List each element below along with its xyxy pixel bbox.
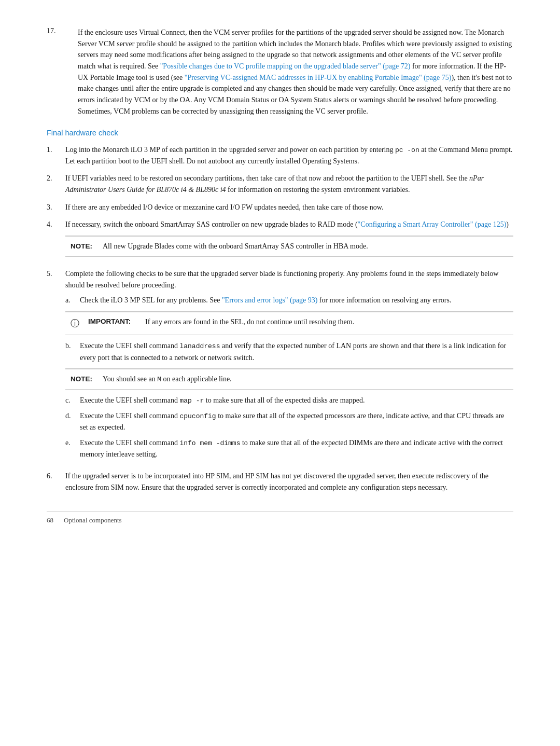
list-item-2: 2. If UEFI variables need to be restored… (47, 173, 513, 195)
sub-item-5c-content: Execute the UEFI shell command map -r to… (80, 395, 513, 406)
note-label-5b: NOTE: (71, 374, 97, 385)
list-item-1-content: Log into the Monarch iLO 3 MP of each pa… (65, 144, 513, 167)
important-icon: ⓘ (71, 317, 83, 330)
list-item-2-text-1: If UEFI variables need to be restored on… (65, 174, 469, 182)
note-box-4: NOTE: All new Upgrade Blades come with t… (65, 236, 513, 257)
list-item-3: 3. If there are any embedded I/O device … (47, 202, 513, 213)
sub-item-5a-text-2: for more information on resolving any er… (317, 296, 451, 304)
page-footer: 68 Optional components (47, 512, 513, 524)
list-item-1: 1. Log into the Monarch iLO 3 MP of each… (47, 144, 513, 167)
note-text-5b: You should see an M on each applicable l… (103, 374, 232, 385)
sub-item-5a-text-1: Check the iLO 3 MP SEL for any problems.… (80, 296, 222, 304)
important-box-5: ⓘ IMPORTANT: If any errors are found in … (65, 311, 513, 335)
smart-array-link[interactable]: "Configuring a Smart Array Controller" (… (358, 220, 507, 228)
note-box-5b: NOTE: You should see an M on each applic… (65, 368, 513, 390)
list-item-2-number: 2. (47, 173, 65, 195)
sub-item-5e-code: info mem -dimms (179, 439, 240, 447)
list-item-5-content: Complete the following checks to be sure… (65, 268, 513, 464)
sub-item-5a-num: a. (65, 295, 80, 306)
list-item-4: 4. If necessary, switch the onboard Smar… (47, 219, 513, 262)
note-code-m: M (157, 376, 161, 383)
list-item-2-content: If UEFI variables need to be restored on… (65, 173, 513, 195)
sub-item-5d-content: Execute the UEFI shell command cpuconfig… (80, 410, 513, 433)
sub-item-5b: b. Execute the UEFI shell command lanadd… (65, 340, 513, 363)
sub-item-5d: d. Execute the UEFI shell command cpucon… (65, 410, 513, 433)
list-item-1-number: 1. (47, 144, 65, 167)
sub-item-5d-text-1: Execute the UEFI shell command (80, 412, 179, 420)
footer-page-number: 68 (47, 516, 53, 524)
list-item-4-number: 4. (47, 219, 65, 262)
item-17-number: 17. (47, 27, 78, 117)
portable-image-link[interactable]: "Preserving VC-assigned MAC addresses in… (185, 74, 452, 81)
sub-item-5b-text-1: Execute the UEFI shell command (80, 342, 179, 350)
list-item-2-text-2: for information on restoring the system … (226, 186, 410, 194)
list-item-3-text: If there are any embedded I/O device or … (65, 203, 383, 211)
list-item-3-number: 3. (47, 202, 65, 213)
sub-item-5d-code: cpuconfig (179, 412, 216, 420)
errors-logs-link[interactable]: "Errors and error logs" (page 93) (222, 296, 317, 304)
list-item-6: 6. If the upgraded server is to be incor… (47, 471, 513, 493)
note-text-4: All new Upgrade Blades come with the onb… (103, 241, 368, 252)
sub-list-5b: b. Execute the UEFI shell command lanadd… (65, 340, 513, 363)
list-item-4-content: If necessary, switch the onboard SmartAr… (65, 219, 513, 262)
sub-item-5e-content: Execute the UEFI shell command info mem … (80, 437, 513, 460)
important-label: IMPORTANT: (88, 316, 140, 327)
footer-section: Optional components (64, 516, 122, 524)
list-item-4-text-1: If necessary, switch the onboard SmartAr… (65, 220, 358, 228)
list-item-4-text-2: ) (506, 220, 509, 228)
sub-item-5a-content: Check the iLO 3 MP SEL for any problems.… (80, 295, 513, 306)
sub-item-5c-num: c. (65, 395, 80, 406)
sub-item-5e: e. Execute the UEFI shell command info m… (65, 437, 513, 460)
sub-item-5c: c. Execute the UEFI shell command map -r… (65, 395, 513, 406)
sub-item-5c-code: map -r (179, 397, 204, 405)
note-label-4: NOTE: (71, 241, 97, 252)
list-item-1-code: pc -on (395, 146, 419, 154)
sub-item-5c-text-2: to make sure that all of the expected di… (204, 396, 365, 404)
sub-item-5b-num: b. (65, 340, 80, 363)
sub-item-5b-code: lanaddress (179, 342, 220, 350)
sub-list-5cde: c. Execute the UEFI shell command map -r… (65, 395, 513, 460)
list-item-5-number: 5. (47, 268, 65, 464)
sub-item-5c-text-1: Execute the UEFI shell command (80, 396, 179, 404)
sub-item-5e-num: e. (65, 437, 80, 460)
vc-profile-link[interactable]: "Possible changes due to VC profile mapp… (160, 62, 411, 70)
list-item-5-text: Complete the following checks to be sure… (65, 270, 498, 289)
sub-list-5: a. Check the iLO 3 MP SEL for any proble… (65, 295, 513, 306)
important-text: If any errors are found in the SEL, do n… (145, 316, 354, 327)
list-item-6-text: If the upgraded server is to be incorpor… (65, 472, 488, 491)
sub-item-5e-text-1: Execute the UEFI shell command (80, 439, 179, 447)
list-item-6-number: 6. (47, 471, 65, 493)
list-item-3-content: If there are any embedded I/O device or … (65, 202, 513, 213)
list-item-6-content: If the upgraded server is to be incorpor… (65, 471, 513, 493)
item-17: 17. If the enclosure uses Virtual Connec… (47, 27, 513, 117)
sub-item-5a: a. Check the iLO 3 MP SEL for any proble… (65, 295, 513, 306)
section-heading-final-hardware-check: Final hardware check (47, 129, 513, 137)
sub-item-5d-num: d. (65, 410, 80, 433)
page-content: 17. If the enclosure uses Virtual Connec… (0, 0, 560, 551)
sub-item-5b-content: Execute the UEFI shell command lanaddres… (80, 340, 513, 363)
item-17-content: If the enclosure uses Virtual Connect, t… (78, 27, 513, 117)
list-item-1-text-1: Log into the Monarch iLO 3 MP of each pa… (65, 146, 395, 154)
numbered-list: 1. Log into the Monarch iLO 3 MP of each… (47, 144, 513, 493)
list-item-5: 5. Complete the following checks to be s… (47, 268, 513, 464)
